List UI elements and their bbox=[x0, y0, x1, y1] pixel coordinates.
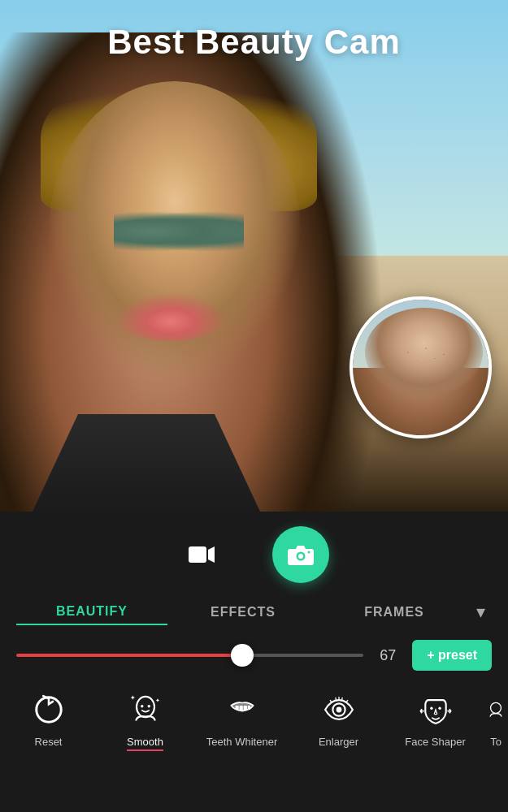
reset-icon bbox=[28, 689, 70, 731]
controls-panel: BEAUTIFY EFFECTS FRAMES ▾ 67 + preset Re… bbox=[0, 512, 508, 812]
feature-teeth-whitener[interactable]: Teeth Whitener bbox=[193, 689, 290, 748]
svg-line-21 bbox=[341, 698, 342, 701]
face-shaper-label: Face Shaper bbox=[405, 736, 465, 748]
feature-smooth[interactable]: ✦ ✦ Smooth bbox=[97, 689, 193, 751]
partial-icon bbox=[484, 689, 507, 731]
svg-text:✦: ✦ bbox=[154, 698, 159, 703]
svg-point-4 bbox=[307, 551, 310, 554]
svg-marker-1 bbox=[208, 546, 215, 563]
teeth-whitener-icon bbox=[221, 689, 263, 731]
face-shaper-svg bbox=[418, 692, 454, 728]
face-shaper-icon bbox=[415, 689, 457, 731]
smooth-label: Smooth bbox=[127, 736, 163, 751]
partial-svg bbox=[484, 692, 507, 728]
partial-label: To bbox=[490, 736, 501, 748]
svg-point-17 bbox=[336, 707, 341, 713]
tabs-chevron-icon[interactable]: ▾ bbox=[470, 602, 492, 623]
smooth-icon: ✦ ✦ bbox=[124, 689, 167, 731]
eyes-area bbox=[114, 211, 244, 252]
slider-thumb[interactable] bbox=[231, 644, 254, 667]
features-row: Reset ✦ ✦ Smooth bbox=[0, 679, 508, 751]
camera-mode-row bbox=[0, 512, 508, 593]
svg-line-19 bbox=[335, 698, 336, 701]
tabs-row: BEAUTIFY EFFECTS FRAMES ▾ bbox=[0, 593, 508, 632]
enlarger-label: Enlarger bbox=[319, 736, 358, 748]
svg-rect-15 bbox=[247, 706, 250, 710]
feature-partial[interactable]: To bbox=[484, 689, 508, 748]
slider-value: 67 bbox=[376, 647, 399, 664]
app-title: Best Beauty Cam bbox=[0, 23, 508, 62]
svg-point-8 bbox=[141, 705, 143, 707]
svg-point-3 bbox=[298, 554, 303, 559]
video-icon bbox=[187, 540, 216, 569]
svg-point-23 bbox=[430, 707, 432, 710]
slider-track[interactable] bbox=[16, 654, 363, 657]
camera-icon bbox=[286, 540, 315, 569]
smile-area bbox=[114, 292, 228, 341]
svg-text:✦: ✦ bbox=[129, 693, 135, 702]
svg-rect-12 bbox=[235, 706, 238, 710]
enlarger-svg bbox=[321, 692, 357, 728]
tab-beautify[interactable]: BEAUTIFY bbox=[16, 599, 167, 625]
teeth-whitener-label: Teeth Whitener bbox=[206, 736, 277, 748]
feature-reset[interactable]: Reset bbox=[0, 689, 97, 748]
svg-point-7 bbox=[137, 697, 154, 717]
video-mode-button[interactable] bbox=[180, 533, 224, 577]
beautify-slider-row: 67 + preset bbox=[0, 632, 508, 679]
tab-frames[interactable]: FRAMES bbox=[319, 600, 470, 624]
svg-rect-0 bbox=[189, 546, 206, 563]
svg-point-9 bbox=[147, 705, 150, 707]
feature-enlarger[interactable]: Enlarger bbox=[290, 689, 387, 748]
teeth-svg bbox=[224, 692, 260, 728]
enlarger-icon bbox=[318, 689, 360, 731]
feature-face-shaper[interactable]: Face Shaper bbox=[387, 689, 484, 748]
reset-svg bbox=[31, 692, 67, 728]
compare-circle[interactable] bbox=[350, 296, 492, 438]
svg-point-27 bbox=[491, 702, 501, 713]
svg-point-24 bbox=[438, 707, 441, 710]
preset-button[interactable]: + preset bbox=[412, 640, 492, 671]
compare-freckles bbox=[381, 336, 471, 377]
svg-rect-14 bbox=[243, 706, 246, 710]
svg-rect-13 bbox=[239, 706, 242, 710]
photo-preview: Best Beauty Cam bbox=[0, 0, 508, 512]
tab-effects[interactable]: EFFECTS bbox=[167, 600, 319, 624]
reset-label: Reset bbox=[35, 736, 63, 748]
smooth-svg: ✦ ✦ bbox=[128, 692, 163, 728]
camera-mode-button[interactable] bbox=[272, 526, 329, 583]
